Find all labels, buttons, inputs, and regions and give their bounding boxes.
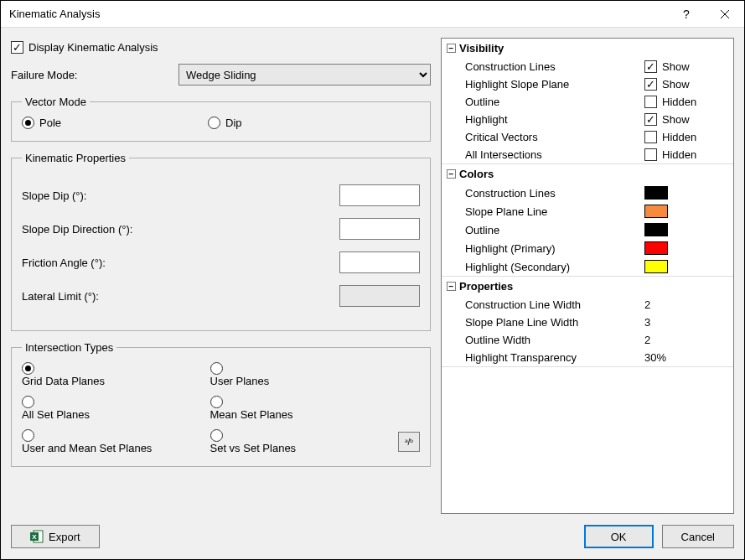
intersection-option-label: User and Mean Set Planes: [22, 442, 152, 454]
visibility-row: OutlineHidden: [442, 93, 733, 111]
visibility-label: All Intersections: [465, 148, 644, 161]
visibility-value: Show: [644, 78, 728, 91]
intersection-option: User Planes: [210, 362, 394, 387]
vector-mode-pole-radio[interactable]: [22, 117, 34, 129]
close-button[interactable]: [706, 1, 744, 28]
kinematic-prop-spinner[interactable]: ▲▼: [339, 285, 420, 307]
intersection-radio[interactable]: [22, 396, 34, 408]
intersection-radio[interactable]: [210, 362, 223, 375]
visibility-text: Show: [662, 60, 690, 73]
visibility-checkbox[interactable]: [644, 60, 657, 73]
color-swatch[interactable]: [644, 186, 668, 200]
vector-mode-pole-label: Pole: [39, 117, 61, 129]
display-checkbox[interactable]: [11, 41, 23, 54]
collapse-icon[interactable]: −: [447, 282, 456, 291]
tree-section-colors: − Colors Construction LinesSlope Plane L…: [442, 164, 733, 277]
visibility-checkbox[interactable]: [644, 78, 657, 91]
kinematic-prop-spinner[interactable]: ▲▼: [339, 251, 420, 273]
visibility-value: Show: [644, 60, 728, 73]
property-value[interactable]: 30%: [644, 351, 728, 364]
visibility-value: Show: [644, 113, 728, 126]
tree-header-properties-label: Properties: [459, 280, 513, 293]
tree-header-visibility-label: Visibility: [459, 42, 504, 54]
color-row: Slope Plane Line: [442, 202, 733, 220]
intersection-option-label: All Set Planes: [22, 408, 90, 421]
vector-mode-dip-radio[interactable]: [208, 117, 220, 129]
close-icon: [720, 9, 730, 19]
intersection-radio[interactable]: [22, 429, 34, 442]
tree-section-properties: − Properties Construction Line Width2Slo…: [442, 277, 733, 367]
intersection-option-label: User Planes: [210, 375, 270, 387]
kinematic-prop-spinner[interactable]: ▲▼: [339, 218, 420, 240]
visibility-label: Critical Vectors: [465, 131, 644, 143]
intersection-option: User and Mean Set Planes: [22, 429, 205, 454]
property-row: Slope Plane Line Width3: [442, 314, 733, 331]
color-row: Outline: [442, 220, 733, 239]
intersection-radio[interactable]: [22, 362, 34, 375]
set-vs-set-config-button[interactable]: ᵃ/ᵇ: [398, 432, 420, 452]
color-swatch[interactable]: [644, 223, 668, 236]
export-button-label: Export: [49, 531, 80, 543]
intersection-option: Mean Set Planes: [210, 396, 394, 421]
visibility-row: Critical VectorsHidden: [442, 128, 733, 146]
visibility-text: Hidden: [662, 96, 696, 108]
property-label: Highlight Transparency: [465, 351, 644, 364]
visibility-checkbox[interactable]: [644, 113, 657, 126]
tree-header-properties: − Properties: [442, 277, 733, 296]
visibility-checkbox[interactable]: [644, 96, 657, 108]
color-value: [644, 186, 728, 200]
ok-button[interactable]: OK: [584, 525, 654, 548]
visibility-row: Highlight Slope PlaneShow: [442, 75, 733, 93]
intersection-radio[interactable]: [210, 429, 223, 442]
intersection-option: All Set Planes: [22, 396, 205, 421]
tree-section-visibility: − Visibility Construction LinesShowHighl…: [442, 39, 733, 164]
intersection-radio[interactable]: [210, 396, 223, 408]
color-label: Construction Lines: [465, 187, 644, 200]
help-button[interactable]: ?: [667, 1, 706, 28]
visibility-value: Hidden: [644, 148, 728, 161]
intersection-option: Set vs Set Planes: [210, 429, 394, 454]
vector-mode-dip-label: Dip: [225, 117, 242, 129]
vector-mode-radios: Pole Dip: [22, 117, 420, 129]
collapse-icon[interactable]: −: [447, 44, 456, 53]
kinematic-properties-legend: Kinematic Properties: [22, 152, 129, 164]
property-label: Outline Width: [465, 334, 644, 346]
cancel-button[interactable]: Cancel: [662, 525, 734, 548]
kinematic-prop-spinner[interactable]: ▲▼: [339, 184, 420, 206]
svg-text:X: X: [32, 533, 37, 541]
left-panel: Display Kinematic Analysis Failure Mode:…: [11, 38, 431, 514]
visibility-checkbox[interactable]: [644, 148, 657, 161]
kinematic-prop-row: Lateral Limit (°):▲▼: [22, 285, 420, 307]
color-label: Highlight (Secondary): [465, 261, 644, 273]
visibility-label: Highlight Slope Plane: [465, 78, 644, 91]
color-swatch[interactable]: [644, 205, 668, 218]
property-tree: − Visibility Construction LinesShowHighl…: [441, 38, 734, 514]
vector-mode-legend: Vector Mode: [22, 96, 90, 108]
intersection-option-label: Mean Set Planes: [210, 408, 293, 421]
color-value: [644, 223, 728, 236]
color-row: Highlight (Primary): [442, 239, 733, 257]
visibility-label: Highlight: [465, 113, 644, 126]
visibility-text: Show: [662, 113, 690, 126]
window-title: Kinematic Analysis: [9, 8, 667, 20]
collapse-icon[interactable]: −: [447, 169, 456, 179]
visibility-checkbox[interactable]: [644, 131, 657, 143]
color-row: Highlight (Secondary): [442, 257, 733, 276]
property-value[interactable]: 3: [644, 316, 728, 329]
color-swatch[interactable]: [644, 260, 668, 273]
visibility-text: Hidden: [662, 131, 696, 143]
color-value: [644, 205, 728, 218]
visibility-label: Outline: [465, 96, 644, 108]
kinematic-properties-group: Kinematic Properties Slope Dip (°):▲▼Slo…: [11, 152, 431, 331]
export-button[interactable]: X Export: [11, 525, 100, 548]
kinematic-prop-label: Friction Angle (°):: [22, 257, 339, 269]
property-value[interactable]: 2: [644, 298, 728, 311]
color-row: Construction Lines: [442, 184, 733, 202]
visibility-row: Construction LinesShow: [442, 58, 733, 75]
property-value[interactable]: 2: [644, 334, 728, 346]
color-swatch[interactable]: [644, 241, 668, 255]
footer: X Export OK Cancel: [1, 514, 744, 559]
kinematic-prop-label: Slope Dip Direction (°):: [22, 223, 339, 236]
failure-mode-select[interactable]: Wedge Sliding: [178, 64, 431, 86]
property-label: Construction Line Width: [465, 298, 644, 311]
